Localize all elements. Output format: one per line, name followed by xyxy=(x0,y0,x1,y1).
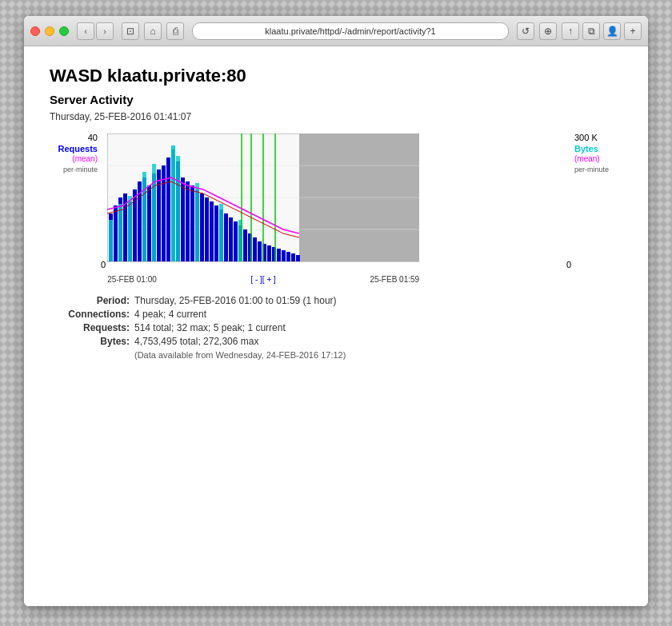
private-browsing-icon[interactable]: 👤 xyxy=(603,22,621,40)
section-title: Server Activity xyxy=(50,93,622,106)
svg-rect-46 xyxy=(118,204,122,261)
share-icon[interactable]: ⎙ xyxy=(166,22,184,40)
stats-table: Period: Thursday, 25-FEB-2016 01:00 to 0… xyxy=(50,295,622,360)
minimize-button[interactable] xyxy=(45,26,54,36)
refresh-icon[interactable]: ↺ xyxy=(517,22,534,40)
period-row: Period: Thursday, 25-FEB-2016 01:00 to 0… xyxy=(50,295,622,306)
tab-view-icon[interactable]: ⧉ xyxy=(582,22,600,40)
requests-per-min: per-minute xyxy=(63,165,98,174)
svg-rect-44 xyxy=(296,255,300,261)
svg-rect-21 xyxy=(186,181,190,261)
data-note: (Data available from Wednesday, 24-FEB-2… xyxy=(134,350,622,360)
svg-rect-53 xyxy=(219,204,223,261)
right-icons: ↑ ⧉ 👤 + xyxy=(562,22,642,40)
close-button[interactable] xyxy=(30,26,40,36)
traffic-lights xyxy=(30,26,69,36)
requests-value: 514 total; 32 max; 5 peak; 1 current xyxy=(134,322,286,333)
requests-row: Requests: 514 total; 32 max; 5 peak; 1 c… xyxy=(50,322,622,333)
home-icon[interactable]: ⌂ xyxy=(144,22,162,40)
svg-rect-40 xyxy=(277,249,281,261)
requests-label: Requests xyxy=(58,144,98,154)
bottom-zero-left: 0 xyxy=(101,260,106,285)
chart-left-labels: 40 Requests (mean) per-minute xyxy=(50,134,98,174)
nav-buttons: ‹ › xyxy=(77,22,114,40)
svg-rect-52 xyxy=(195,183,199,261)
connections-row: Connections: 4 peak; 4 current xyxy=(50,309,622,320)
svg-rect-38 xyxy=(267,245,271,261)
share-action-icon[interactable]: ↑ xyxy=(562,22,579,40)
page-title: WASD klaatu.private:80 xyxy=(50,66,622,86)
bytes-stat-label: Bytes: xyxy=(50,336,130,347)
svg-rect-20 xyxy=(181,177,185,261)
browser-window: ‹ › ⊡ ⌂ ⎙ klaatu.private/httpd/-/admin/r… xyxy=(24,16,648,606)
x-axis-right: 25-FEB 01:59 xyxy=(370,275,419,284)
svg-rect-31 xyxy=(234,221,238,261)
svg-rect-42 xyxy=(286,252,290,261)
requests-label: Requests: xyxy=(50,322,130,333)
browser-content: WASD klaatu.private:80 Server Activity T… xyxy=(24,46,648,606)
bytes-per-min: per-minute xyxy=(574,165,609,174)
svg-rect-17 xyxy=(166,157,170,261)
requests-mean-label: (mean) xyxy=(72,154,98,164)
chart-wrapper: 25-FEB 01:00 [ - ][ + ] 25-FEB 01:59 xyxy=(107,134,565,285)
show-reader-icon[interactable]: ⊡ xyxy=(122,22,139,40)
back-button[interactable]: ‹ xyxy=(77,22,94,40)
svg-rect-45 xyxy=(109,220,113,261)
x-axis-controls[interactable]: [ - ][ + ] xyxy=(250,275,275,284)
bytes-row: Bytes: 4,753,495 total; 272,306 max xyxy=(50,336,622,347)
add-bookmark-icon[interactable]: ⊕ xyxy=(539,22,557,40)
bytes-value: 4,753,495 total; 272,306 max xyxy=(134,336,258,347)
svg-rect-25 xyxy=(205,197,209,261)
bytes-label: Bytes xyxy=(574,144,598,154)
new-tab-icon[interactable]: + xyxy=(624,22,642,40)
chart-right-labels: 300 K Bytes (mean) per-minute xyxy=(574,134,622,174)
svg-rect-30 xyxy=(229,217,233,261)
bottom-zero-right: 0 xyxy=(566,260,571,285)
svg-rect-27 xyxy=(214,205,218,261)
svg-rect-49 xyxy=(152,164,156,261)
chart-svg xyxy=(107,134,419,273)
svg-rect-13 xyxy=(147,185,151,261)
bytes-mean-label: (mean) xyxy=(574,154,600,164)
forward-button[interactable]: › xyxy=(96,22,114,40)
svg-rect-29 xyxy=(224,213,228,261)
period-label: Period: xyxy=(50,295,130,306)
timestamp: Thursday, 25-FEB-2016 01:41:07 xyxy=(50,111,622,122)
connections-value: 4 peak; 4 current xyxy=(134,309,206,320)
address-bar[interactable]: klaatu.private/httpd/-/admin/report/acti… xyxy=(192,22,509,40)
url-text: klaatu.private/httpd/-/admin/report/acti… xyxy=(265,26,435,36)
svg-rect-41 xyxy=(282,250,286,261)
chart-left-max: 40 xyxy=(88,134,98,142)
chart-right-max: 300 K xyxy=(574,134,598,142)
svg-rect-36 xyxy=(258,241,262,261)
svg-rect-33 xyxy=(243,229,247,261)
zoom-button[interactable] xyxy=(59,26,69,36)
svg-rect-26 xyxy=(210,201,214,261)
connections-label: Connections: xyxy=(50,309,130,320)
x-axis-left: 25-FEB 01:00 xyxy=(107,275,157,284)
svg-rect-43 xyxy=(291,253,295,261)
svg-rect-22 xyxy=(190,185,194,261)
svg-rect-50 xyxy=(171,146,175,261)
browser-titlebar: ‹ › ⊡ ⌂ ⎙ klaatu.private/httpd/-/admin/r… xyxy=(24,16,648,46)
svg-rect-35 xyxy=(253,237,257,261)
svg-rect-48 xyxy=(142,172,146,261)
period-value: Thursday, 25-FEB-2016 01:00 to 01:59 (1 … xyxy=(134,295,337,306)
chart-container: 40 Requests (mean) per-minute 0 xyxy=(50,134,622,285)
svg-rect-24 xyxy=(200,193,204,261)
chart-x-axis: 25-FEB 01:00 [ - ][ + ] 25-FEB 01:59 xyxy=(107,273,419,285)
svg-rect-15 xyxy=(157,169,161,261)
svg-rect-51 xyxy=(176,156,180,261)
svg-rect-6 xyxy=(114,205,118,261)
